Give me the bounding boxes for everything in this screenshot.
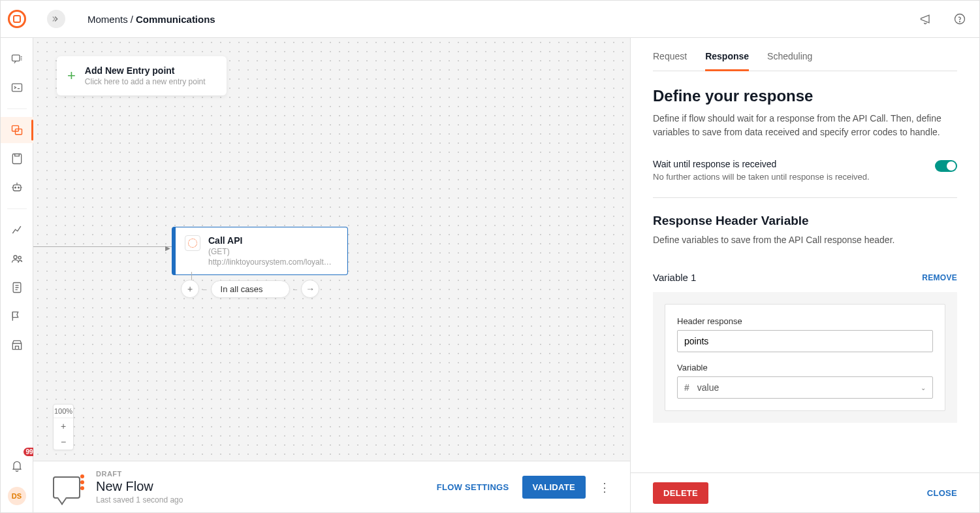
svg-point-9 — [18, 187, 19, 188]
header-variable-heading: Response Header Variable — [653, 214, 957, 228]
flow-name[interactable]: New Flow — [96, 479, 183, 494]
footer-bar: DRAFT New Flow Last saved 1 second ago F… — [33, 461, 630, 513]
notifications-button[interactable]: 99+ — [1, 453, 33, 479]
nav-item-docs[interactable] — [1, 274, 33, 301]
variable-label: Variable — [677, 363, 933, 372]
svg-rect-2 — [12, 55, 20, 61]
api-node-title: Call API — [208, 235, 332, 246]
nav-item-people[interactable] — [1, 246, 33, 272]
add-branch-button[interactable]: + — [181, 280, 199, 298]
nav-item-bot[interactable] — [1, 174, 33, 201]
flow-saved-time: Last saved 1 second ago — [96, 495, 183, 505]
svg-rect-6 — [12, 154, 21, 164]
flow-canvas[interactable]: + Add New Entry point Click here to add … — [33, 38, 630, 461]
arrow-icon: ▶ — [165, 244, 170, 252]
variable-select[interactable]: # value ⌄ — [677, 376, 933, 399]
toggle-subtitle: No further actions will be taken until r… — [653, 172, 870, 182]
svg-point-8 — [14, 187, 16, 188]
toggle-title: Wait until response is received — [653, 159, 870, 169]
nav-item-analytics[interactable] — [1, 217, 33, 243]
flow-status: DRAFT — [96, 470, 183, 478]
connector-dash: – — [203, 286, 207, 293]
breadcrumb-parent[interactable]: Moments / — [87, 14, 133, 25]
validate-button[interactable]: VALIDATE — [522, 476, 586, 499]
help-icon[interactable] — [951, 10, 969, 28]
flow-icon — [53, 476, 80, 499]
announce-icon[interactable] — [917, 10, 935, 28]
add-entry-point-card[interactable]: + Add New Entry point Click here to add … — [57, 56, 227, 95]
delete-button[interactable]: DELETE — [653, 482, 708, 504]
tab-request[interactable]: Request — [653, 51, 687, 71]
header-response-input[interactable] — [677, 330, 933, 352]
entry-card-title: Add New Entry point — [85, 65, 206, 76]
next-step-button[interactable]: → — [301, 280, 319, 298]
wait-response-toggle[interactable] — [935, 160, 957, 172]
variable-select-value: value — [697, 382, 921, 393]
header-variable-description: Define variables to save from the API Ca… — [653, 233, 957, 247]
connector-dash: – — [294, 286, 298, 293]
top-bar: Moments / Communications — [1, 1, 979, 38]
hash-icon: # — [684, 382, 689, 393]
call-api-node[interactable]: Call API (GET) http://linktoyoursystem.c… — [172, 227, 348, 275]
panel-description: Define if flow should wait for a respons… — [653, 112, 957, 139]
variable-block-title: Variable 1 — [653, 272, 696, 283]
nav-item-bookmark[interactable] — [1, 303, 33, 329]
close-button[interactable]: CLOSE — [927, 488, 957, 498]
svg-point-1 — [960, 22, 960, 22]
variable-block: Header response Variable # value ⌄ — [653, 292, 957, 423]
remove-variable-button[interactable]: REMOVE — [922, 273, 957, 282]
nav-item-templates[interactable] — [1, 146, 33, 172]
branch-label[interactable]: In all cases — [211, 280, 290, 298]
zoom-level: 100% — [54, 405, 73, 418]
breadcrumb-current: Communications — [136, 14, 215, 25]
flow-settings-button[interactable]: FLOW SETTINGS — [437, 482, 509, 492]
nav-item-store[interactable] — [1, 332, 33, 358]
side-panel: Request Response Scheduling Define your … — [630, 38, 979, 513]
entry-card-subtitle: Click here to add a new entry point — [85, 77, 206, 86]
api-node-method: (GET) — [208, 247, 332, 256]
user-avatar[interactable]: DS — [8, 487, 26, 505]
panel-heading: Define your response — [653, 87, 957, 105]
nav-item-terminal[interactable] — [1, 74, 33, 101]
nav-item-flows[interactable] — [1, 117, 33, 143]
api-node-icon — [185, 235, 200, 251]
svg-rect-3 — [12, 84, 22, 91]
more-menu-button[interactable]: ⋮ — [599, 480, 610, 495]
zoom-control: 100% + − — [53, 404, 74, 450]
expand-sidebar-button[interactable] — [47, 10, 65, 28]
tab-response[interactable]: Response — [705, 51, 749, 71]
tab-scheduling[interactable]: Scheduling — [767, 51, 812, 71]
api-node-url: http://linktoyoursystem.com/loyalty_poin — [208, 257, 332, 267]
svg-point-11 — [18, 256, 21, 259]
nav-item-conversations[interactable] — [1, 46, 33, 72]
svg-point-10 — [14, 256, 17, 259]
header-response-label: Header response — [677, 316, 933, 326]
zoom-out-button[interactable]: − — [54, 434, 73, 450]
svg-rect-7 — [13, 185, 21, 191]
plus-icon: + — [67, 67, 76, 84]
app-logo[interactable] — [8, 10, 26, 28]
zoom-in-button[interactable]: + — [54, 418, 73, 434]
nav-rail: 99+ DS — [1, 38, 33, 513]
breadcrumb: Moments / Communications — [87, 14, 215, 25]
panel-tabs: Request Response Scheduling — [653, 51, 957, 71]
connector-line — [33, 246, 172, 247]
chevron-down-icon: ⌄ — [921, 384, 926, 391]
